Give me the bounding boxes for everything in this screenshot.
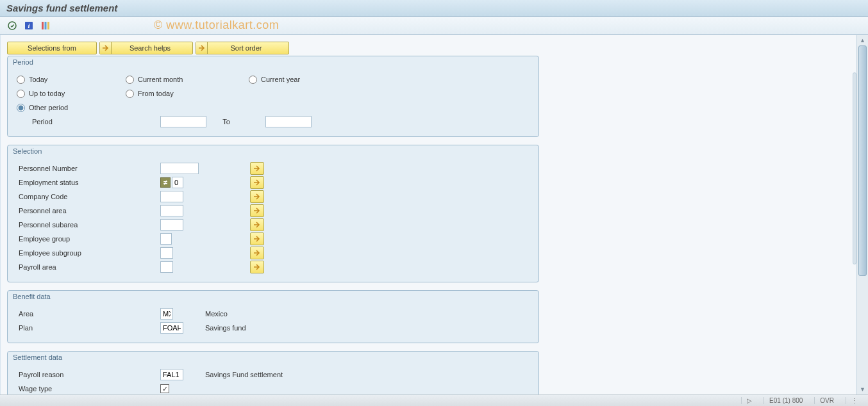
emp-subgroup-input[interactable]: [160, 247, 173, 259]
selections-from-label: Selections from: [28, 44, 76, 52]
svg-point-0: [8, 22, 16, 29]
sort-order-label: Sort order: [231, 44, 262, 52]
payroll-area-label: Payroll area: [17, 263, 160, 271]
plan-input[interactable]: [160, 322, 183, 334]
not-equal-icon[interactable]: ≠: [160, 177, 171, 188]
action-row: Selections from Search helps Sort order: [7, 42, 851, 54]
period-from-today-option[interactable]: From today: [126, 90, 249, 98]
emp-status-label: Employment status: [17, 179, 160, 186]
emp-status-input[interactable]: [172, 177, 183, 188]
company-code-input[interactable]: [160, 191, 183, 202]
payroll-reason-label: Payroll reason: [17, 371, 160, 378]
period-current-month-option[interactable]: Current month: [126, 76, 249, 84]
emp-subgroup-multi-button[interactable]: [250, 247, 264, 259]
variant-icon[interactable]: [40, 20, 51, 31]
area-desc: Mexico: [199, 310, 228, 318]
scroll-area: Selections from Search helps Sort order …: [4, 35, 851, 394]
benefit-group: Benefit data Area Mexico Plan Savings fu…: [7, 290, 539, 343]
period-group-title: Period: [8, 56, 538, 69]
status-bar: ▷ E01 (1) 800 OVR ⋮: [0, 394, 868, 406]
period-other-option[interactable]: Other period: [17, 104, 126, 112]
wage-type-check-icon[interactable]: ✓: [160, 384, 169, 393]
selection-group: Selection Personnel Number Employment st…: [7, 145, 539, 282]
scroll-down-icon[interactable]: ▼: [857, 384, 868, 394]
svg-rect-3: [42, 22, 44, 29]
settlement-group-title: Settlement data: [8, 352, 538, 364]
status-extra-icon: ⋮: [846, 397, 863, 404]
pers-area-multi-button[interactable]: [250, 204, 264, 217]
svg-rect-5: [47, 22, 49, 29]
wage-type-label: Wage type: [17, 385, 160, 393]
execute-icon[interactable]: [6, 20, 18, 31]
pers-subarea-multi-button[interactable]: [250, 218, 264, 231]
plan-label: Plan: [17, 324, 160, 332]
period-up-to-today-option[interactable]: Up to today: [17, 90, 126, 98]
arrow-right-icon: [196, 42, 208, 54]
sort-order-button[interactable]: Sort order: [196, 42, 289, 54]
pernr-label: Personnel Number: [17, 165, 160, 172]
vertical-scrollbar[interactable]: ▲ ▼: [856, 35, 868, 394]
pernr-multi-button[interactable]: [250, 162, 264, 175]
area-label: Area: [17, 310, 160, 318]
period-today-label: Today: [29, 76, 47, 83]
company-code-label: Company Code: [17, 193, 160, 200]
period-current-year-option[interactable]: Current year: [249, 76, 377, 84]
scroll-thumb[interactable]: [858, 45, 867, 276]
arrow-right-icon: [100, 42, 112, 54]
period-from-input[interactable]: [160, 116, 206, 127]
payroll-area-multi-button[interactable]: [250, 261, 264, 273]
emp-group-label: Employee group: [17, 235, 160, 243]
scroll-track[interactable]: [857, 45, 868, 384]
status-nav-icon[interactable]: ▷: [741, 397, 757, 404]
page-header: Savings fund settlement: [0, 0, 868, 17]
scroll-up-icon[interactable]: ▲: [857, 35, 868, 45]
svg-rect-4: [45, 22, 47, 29]
pers-subarea-input[interactable]: [160, 219, 183, 231]
period-current-month-label: Current month: [138, 76, 183, 83]
inner-scrollbar[interactable]: [853, 72, 856, 264]
settlement-group: Settlement data Payroll reason Savings F…: [7, 351, 539, 394]
area-input[interactable]: [160, 308, 173, 320]
period-up-to-today-label: Up to today: [29, 90, 65, 97]
plan-desc: Savings fund: [199, 324, 246, 332]
pers-area-input[interactable]: [160, 205, 183, 216]
pers-subarea-label: Personnel subarea: [17, 221, 160, 229]
company-code-multi-button[interactable]: [250, 190, 264, 203]
payroll-area-input[interactable]: [160, 261, 173, 273]
content-area: Selections from Search helps Sort order …: [0, 35, 868, 394]
selection-group-title: Selection: [8, 145, 538, 158]
period-to-label: To: [206, 118, 265, 126]
period-to-input[interactable]: [265, 116, 312, 127]
search-helps-label: Search helps: [129, 44, 171, 52]
toolbar: i: [0, 17, 868, 35]
pers-area-label: Personnel area: [17, 207, 160, 215]
status-ovr: OVR: [814, 397, 839, 404]
payroll-reason-input[interactable]: [160, 369, 183, 380]
pernr-input[interactable]: [160, 163, 199, 174]
period-from-label: Period: [17, 118, 160, 126]
period-other-label: Other period: [29, 104, 68, 111]
search-helps-button[interactable]: Search helps: [99, 42, 193, 54]
info-icon[interactable]: i: [23, 20, 35, 31]
period-today-option[interactable]: Today: [17, 76, 126, 84]
status-system: E01 (1) 800: [764, 397, 808, 404]
emp-subgroup-label: Employee subgroup: [17, 249, 160, 257]
benefit-group-title: Benefit data: [8, 291, 538, 303]
emp-group-input[interactable]: [160, 233, 172, 245]
period-group: Period Today Current month Current year …: [7, 56, 539, 137]
emp-group-multi-button[interactable]: [250, 232, 264, 245]
emp-status-multi-button[interactable]: [250, 176, 264, 189]
period-from-today-label: From today: [138, 90, 174, 97]
page-title: Savings fund settlement: [6, 3, 862, 13]
payroll-reason-desc: Savings Fund settlement: [199, 371, 283, 378]
selections-from-button[interactable]: Selections from: [7, 42, 97, 54]
period-current-year-label: Current year: [261, 76, 300, 83]
